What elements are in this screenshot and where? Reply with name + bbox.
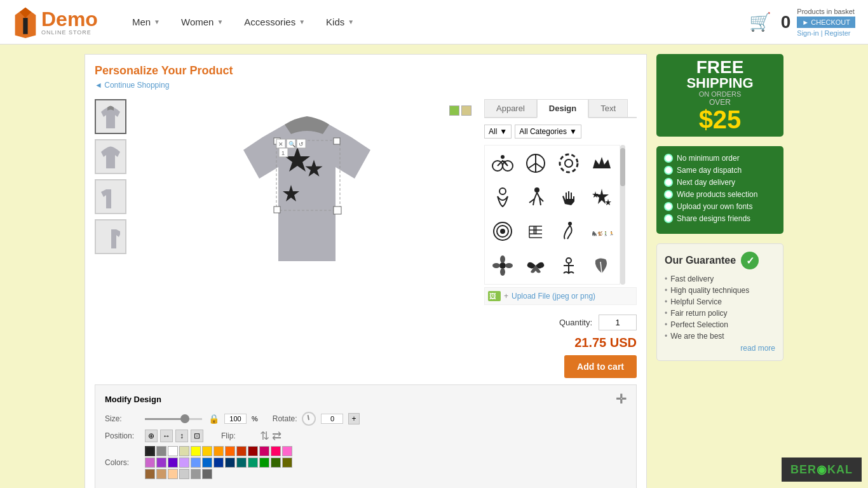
dollar-amount: $25: [699, 107, 742, 132]
color-swatch[interactable]: [168, 446, 178, 456]
filter-row: All ▼ All Categories ▼: [484, 125, 637, 139]
size-value-input[interactable]: [224, 414, 247, 424]
scrollbar-track[interactable]: [620, 145, 625, 285]
svg-point-21: [501, 155, 505, 159]
color-swatch[interactable]: [179, 469, 189, 479]
upload-row[interactable]: 🖼 + Upload File (jpeg or png): [484, 287, 637, 305]
svg-point-28: [499, 188, 506, 194]
all-categories-filter[interactable]: All Categories ▼: [515, 125, 581, 139]
position-center[interactable]: ⊕: [145, 430, 158, 442]
color-swatch[interactable]: [259, 446, 269, 456]
flip-vertical[interactable]: ⇅: [260, 429, 269, 443]
design-item-baby[interactable]: [487, 182, 518, 213]
thumbnail-strip: [95, 99, 126, 378]
color-swatch[interactable]: [248, 446, 258, 456]
color-swatch[interactable]: [145, 446, 155, 456]
color-swatch[interactable]: [225, 458, 235, 468]
color-swatch[interactable]: [236, 458, 247, 468]
color-swatch[interactable]: [214, 446, 224, 456]
position-left[interactable]: ↔: [160, 430, 173, 442]
color-swatch[interactable]: [236, 446, 247, 456]
color-swatch[interactable]: [271, 446, 281, 456]
design-item-peace[interactable]: [520, 148, 551, 179]
color-swatch[interactable]: [191, 458, 201, 468]
svg-point-44: [500, 255, 505, 263]
design-item-stars[interactable]: [587, 182, 617, 213]
position-right[interactable]: ↕: [175, 430, 188, 442]
tab-apparel[interactable]: Apparel: [484, 99, 537, 117]
signin-link[interactable]: Sign-in: [797, 29, 818, 37]
position-crop[interactable]: ⊡: [191, 430, 203, 442]
logo-icon: [13, 6, 38, 38]
thumb-front[interactable]: [95, 99, 126, 134]
color-swatch[interactable]: [179, 446, 189, 456]
color-swatch[interactable]: [145, 458, 155, 468]
color-swatch[interactable]: [282, 458, 292, 468]
svg-point-29: [534, 187, 539, 193]
rotate-btn[interactable]: +: [348, 413, 359, 424]
design-item-flower[interactable]: [487, 250, 518, 281]
nav-kids[interactable]: Kids ▼: [317, 11, 363, 32]
color-swatch[interactable]: [168, 469, 178, 479]
scrollbar-thumb[interactable]: [620, 148, 625, 186]
add-to-cart-button[interactable]: Add to cart: [564, 355, 637, 378]
design-item-anchor[interactable]: [553, 250, 584, 281]
tab-design[interactable]: Design: [537, 99, 588, 118]
continue-shopping[interactable]: Continue Shopping: [95, 81, 637, 90]
design-item-music[interactable]: [520, 216, 551, 247]
color-swatch[interactable]: [225, 446, 235, 456]
design-item-runner[interactable]: [520, 182, 551, 213]
color-swatch[interactable]: [145, 469, 155, 479]
nav-women[interactable]: Women ▼: [172, 11, 232, 32]
logo[interactable]: Demo ONLINE STORE: [13, 6, 98, 38]
color-swatch[interactable]: [259, 458, 269, 468]
color-swatch[interactable]: [271, 458, 281, 468]
color-swatch[interactable]: [179, 458, 189, 468]
design-item-cyclist[interactable]: [487, 148, 518, 179]
design-item-dancer[interactable]: [553, 216, 584, 247]
color-swatch[interactable]: [248, 458, 258, 468]
color-swatch[interactable]: [156, 446, 166, 456]
color-swatch[interactable]: [191, 469, 201, 479]
tab-text[interactable]: Text: [588, 99, 628, 117]
checkout-button[interactable]: ► CHECKOUT: [797, 17, 855, 28]
order-panel: Quantity: 21.75 USD Add to cart: [484, 315, 637, 378]
read-more-link[interactable]: read more: [665, 344, 775, 353]
color-swatch[interactable]: [156, 469, 166, 479]
thumb-back[interactable]: [95, 139, 126, 174]
color-swatch[interactable]: [168, 458, 178, 468]
quantity-input[interactable]: [599, 315, 637, 330]
nav-men[interactable]: Men ▼: [123, 11, 169, 32]
design-item-target[interactable]: [487, 216, 518, 247]
flip-horizontal[interactable]: ⇄: [272, 429, 281, 443]
design-item-gear[interactable]: [553, 148, 584, 179]
color-swatch[interactable]: [214, 458, 224, 468]
design-item-crown[interactable]: [587, 148, 617, 179]
svg-line-25: [536, 163, 543, 168]
color-swatch[interactable]: [202, 458, 212, 468]
design-item-evolution[interactable]: 🦍🐒🚶‍♂️🏃: [587, 216, 617, 247]
design-item-hand[interactable]: [553, 182, 584, 213]
lock-icon[interactable]: 🔒: [208, 414, 219, 424]
thumb-right[interactable]: [95, 219, 126, 254]
svg-text:1: 1: [281, 150, 285, 156]
nav-accessories[interactable]: Accessories ▼: [235, 11, 314, 32]
feature-item: Wide products selection: [664, 190, 776, 199]
design-item-leaf[interactable]: [587, 250, 617, 281]
rotate-dial[interactable]: [302, 412, 316, 426]
category-filter[interactable]: All ▼: [484, 125, 512, 139]
page-title: Personalize Your Product: [95, 64, 637, 78]
design-item-butterfly[interactable]: [520, 250, 551, 281]
color-swatch[interactable]: [282, 446, 292, 456]
logo-name: Demo: [41, 9, 98, 29]
rotate-value-input[interactable]: [321, 414, 343, 424]
color-swatch[interactable]: [191, 446, 201, 456]
color-swatch[interactable]: [202, 446, 212, 456]
register-link[interactable]: Register: [825, 29, 851, 37]
color-swatch[interactable]: [202, 469, 212, 479]
logo-accent: D: [41, 8, 56, 30]
size-slider[interactable]: [145, 418, 202, 420]
thumb-left[interactable]: [95, 179, 126, 214]
color-swatch[interactable]: [156, 458, 166, 468]
expand-icon[interactable]: ✛: [616, 391, 627, 407]
